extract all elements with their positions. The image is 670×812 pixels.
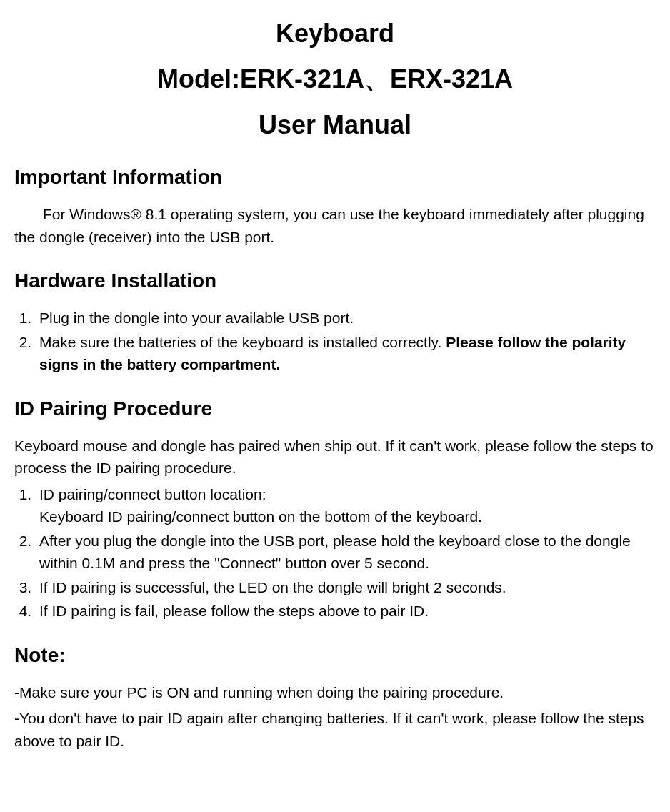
list-item: After you plug the dongle into the USB p… [36, 530, 656, 575]
important-heading: Important Information [14, 162, 656, 192]
pairing-item-1-sub: Keyboard ID pairing/connect button on th… [39, 505, 656, 528]
important-paragraph: For Windows® 8.1 operating system, you c… [14, 203, 656, 248]
note-line-1: -Make sure your PC is ON and running whe… [14, 681, 656, 704]
note-line-2: -You don't have to pair ID again after c… [14, 707, 656, 752]
list-item: ID pairing/connect button location: Keyb… [36, 483, 656, 528]
title-line-2: Model:ERK-321A、ERX-321A [14, 60, 656, 99]
pairing-intro: Keyboard mouse and dongle has paired whe… [14, 435, 656, 480]
list-item: Make sure the batteries of the keyboard … [36, 331, 656, 376]
hardware-item-1: Plug in the dongle into your available U… [39, 310, 354, 326]
pairing-item-1-text: ID pairing/connect button location: [39, 486, 266, 502]
list-item: Plug in the dongle into your available U… [36, 307, 656, 330]
list-item: If ID pairing is successful, the LED on … [36, 576, 656, 599]
hardware-list: Plug in the dongle into your available U… [14, 307, 656, 376]
pairing-list: ID pairing/connect button location: Keyb… [14, 483, 656, 623]
title-line-3: User Manual [14, 106, 656, 144]
pairing-heading: ID Pairing Procedure [14, 394, 656, 424]
pairing-item-4: If ID pairing is fail, please follow the… [39, 603, 429, 619]
pairing-item-3: If ID pairing is successful, the LED on … [39, 579, 506, 595]
important-text: For Windows® 8.1 operating system, you c… [14, 206, 644, 245]
hardware-heading: Hardware Installation [14, 266, 656, 296]
note-heading: Note: [14, 640, 656, 670]
hardware-item-2-text: Make sure the batteries of the keyboard … [39, 334, 446, 350]
title-line-1: Keyboard [14, 14, 656, 53]
list-item: If ID pairing is fail, please follow the… [36, 600, 656, 623]
pairing-item-2: After you plug the dongle into the USB p… [39, 533, 631, 572]
